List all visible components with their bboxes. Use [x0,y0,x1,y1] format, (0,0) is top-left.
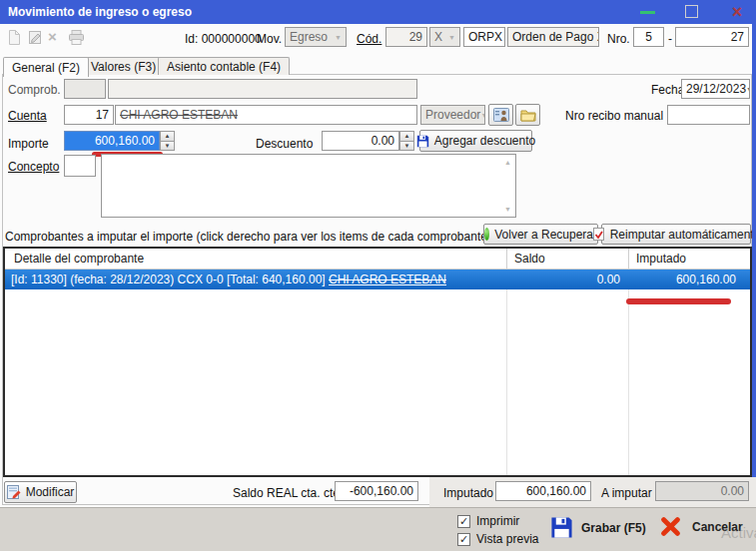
saldo-real-label: Saldo REAL cta. cte. [233,486,343,500]
scroll-up-icon[interactable]: ▲ [504,159,511,166]
chevron-down-icon: ▼ [335,34,342,41]
redacted-account-name: CHI AGRO ESTEBAN [120,108,238,122]
footer-bar: Imprimir Vista previa Grabar (F5) Cancel… [0,507,756,551]
contact-card-icon [493,108,509,122]
green-orb-icon [484,228,489,241]
spin-up-icon[interactable] [399,131,414,142]
grid-header-divider [506,249,507,269]
a-imputar-field: 0.00 [655,481,749,501]
cod-letter-select: X▼ [429,27,460,47]
cod-field: 29 [385,27,427,47]
comprobantes-grid: Detalle del comprobante Saldo Imputado [… [3,247,752,477]
maximize-button[interactable] [685,5,698,18]
chevron-down-icon: ▼ [480,112,485,119]
imprimir-checkbox[interactable] [457,515,470,528]
nro-second-field[interactable]: 27 [675,27,749,47]
delete-icon[interactable]: × [48,28,57,45]
contact-card-button[interactable] [488,104,513,126]
cuenta-label[interactable]: Cuenta [8,109,47,123]
imputado-annotation-line [626,298,731,304]
nro-label: Nro. [607,32,630,46]
close-button[interactable]: × [726,0,748,24]
concepto-code-field[interactable] [64,155,96,177]
cuenta-code-field[interactable]: 17 [64,105,114,125]
window-right-border [752,0,756,477]
window-title: Movimiento de ingreso o egreso [8,0,192,24]
grid-header: Detalle del comprobante Saldo Imputado [5,249,750,270]
comprob-code-field [64,79,106,99]
imprimir-label: Imprimir [476,514,519,528]
comprob-name-field [108,79,417,99]
nro-first-field[interactable]: 5 [633,27,664,47]
reimputar-icon [592,228,605,241]
new-icon[interactable] [6,29,22,46]
importe-field[interactable]: 600,160.00 [64,131,160,151]
concepto-textarea[interactable]: ▲ ▼ [101,154,516,218]
nro-separator: - [668,32,672,46]
importe-label: Importe [8,137,49,151]
browse-folder-button[interactable] [515,104,540,126]
imputado-label: Imputado [443,486,493,500]
row-imputado: 600,160.00 [676,273,736,286]
cancel-x-icon [657,513,684,540]
grid-header-saldo[interactable]: Saldo [514,252,545,266]
mov-label: Mov. [257,32,282,46]
nro-recibo-label: Nro recibo manual [565,109,663,123]
id-label: Id: 000000000 [185,32,262,46]
fecha-label: Fecha [651,83,684,97]
titlebar: Movimiento de ingreso o egreso × [0,0,756,24]
imputado-field: 600,160.00 [495,481,591,501]
print-icon[interactable] [68,30,85,45]
chevron-down-icon: ▼ [448,34,455,41]
chevron-down-icon: ▼ [746,86,750,93]
spin-up-icon[interactable] [160,131,175,142]
reimputar-button[interactable]: Reimputar automáticamente [601,224,751,245]
vista-previa-label: Vista previa [476,532,538,546]
tab-general[interactable]: General (F2) [3,57,89,77]
grid-header-divider [628,249,629,269]
tab-valores[interactable]: Valores (F3) [82,57,165,75]
type-code-field[interactable]: ORPX [463,27,505,47]
descuento-field[interactable]: 0.00 [322,131,399,151]
edit-icon[interactable] [27,29,43,46]
windows-watermark: Activa [721,524,756,541]
spin-down-icon[interactable] [160,142,175,152]
descuento-label: Descuento [256,137,313,151]
descuento-spinner[interactable] [399,131,414,151]
saldo-real-field: -600,160.00 [335,481,418,501]
dialog-window: Movimiento de ingreso o egreso × × Id: 0… [0,0,756,551]
comprob-label: Comprob. [8,83,61,97]
edit-form-icon [7,485,21,499]
grid-header-imputado[interactable]: Imputado [636,252,686,266]
tab-asiento-contable[interactable]: Asiento contable (F4) [158,57,290,75]
cod-label[interactable]: Cód. [357,32,381,46]
fecha-select[interactable]: 29/12/2023▼ [681,79,750,99]
nro-recibo-field[interactable] [667,105,750,125]
comprobante-row[interactable]: [Id: 11330] (fecha: 28/12/2023) CCX 0-0 … [5,270,750,289]
spin-down-icon[interactable] [399,142,414,152]
modificar-button[interactable]: Modificar [4,481,77,503]
cuenta-name-field[interactable]: CHI AGRO ESTEBAN [115,105,417,125]
floppy-icon [550,516,573,539]
minimize-button[interactable] [640,11,655,14]
row-detalle: [Id: 11330] (fecha: 28/12/2023) CCX 0-0 … [11,273,446,286]
volver-a-recuperar-button[interactable]: Volver a Recuperar [483,224,598,245]
mov-select: Egreso▼ [285,27,347,47]
scroll-down-icon[interactable]: ▼ [504,206,511,213]
grabar-button[interactable]: Grabar (F5) [550,516,646,539]
agregar-descuento-button[interactable]: Agregar descuento [419,130,532,152]
type-name-field: Orden de Pago X [507,27,599,47]
vista-previa-checkbox[interactable] [457,533,470,546]
a-imputar-label: A imputar [601,486,652,500]
row-saldo: 0.00 [597,273,620,286]
row-redacted-name: CHI AGRO ESTEBAN [329,273,446,286]
proveedor-select: Proveedor▼ [420,105,485,125]
imputacion-caption: Comprobantes a imputar el importe (click… [5,230,491,244]
importe-spinner[interactable] [160,131,175,151]
grid-header-detalle[interactable]: Detalle del comprobante [14,252,144,266]
folder-icon [520,108,536,122]
save-icon [416,135,429,148]
concepto-label[interactable]: Concepto [8,160,59,174]
